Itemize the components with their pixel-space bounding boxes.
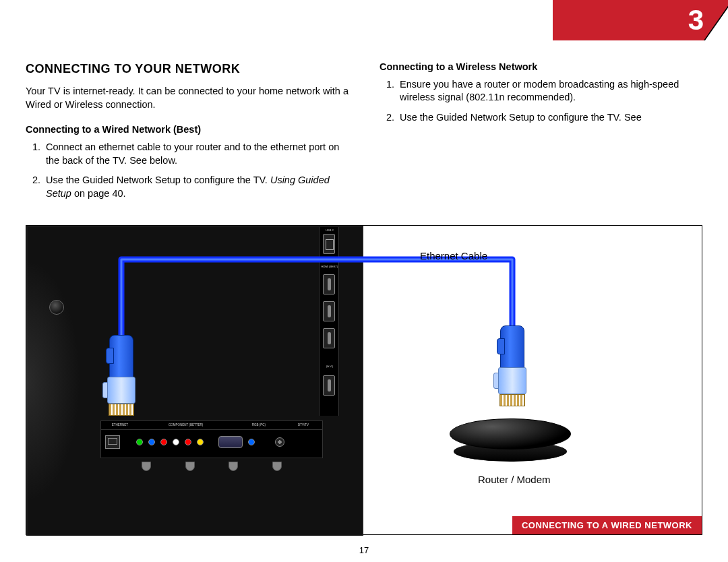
usb-port-icon xyxy=(323,234,335,254)
ethernet-port-icon xyxy=(105,435,120,449)
rca-yellow-icon xyxy=(197,439,204,445)
rca-blue-icon xyxy=(148,439,155,445)
plug-body xyxy=(498,367,526,394)
ethernet-label: ETHERNET xyxy=(101,423,139,429)
component-label: COMPONENT (BETTER) xyxy=(139,423,233,429)
wired-step-2c: on page 40. xyxy=(71,188,126,199)
hdmi-port-icon xyxy=(323,375,335,396)
tv-highlight xyxy=(26,259,80,502)
screw-icon xyxy=(49,300,64,315)
vga-port-icon xyxy=(218,436,243,448)
wired-step-1: Connect an ethernet cable to your router… xyxy=(43,141,348,167)
router-top xyxy=(450,418,571,449)
wired-step-2: Use the Guided Network Setup to configur… xyxy=(43,174,348,200)
strip-ports xyxy=(105,433,318,451)
audio-jack-icon xyxy=(248,439,255,445)
tv-feet xyxy=(107,462,316,468)
content-area: CONNECTING TO YOUR NETWORK Your TV is in… xyxy=(26,61,702,207)
hdmi-port-icon xyxy=(323,274,335,294)
hdmi-port-icon xyxy=(323,328,335,348)
wiring-diagram: USB 2 HDMI (BEST) (A.V.) ETHERNET COMPON… xyxy=(26,225,702,535)
wired-step-2a: Use the Guided Network Setup to configur… xyxy=(46,175,270,185)
usb-label: USB 2 xyxy=(319,228,340,232)
plug-body xyxy=(107,377,135,404)
wired-steps: Connect an ethernet cable to your router… xyxy=(26,141,348,200)
wireless-step-1: Ensure you have a router or modem broadc… xyxy=(397,78,702,104)
wireless-heading: Connecting to a Wireless Network xyxy=(380,61,702,74)
wireless-step-2: Use the Guided Network Setup to configur… xyxy=(397,111,702,125)
page-number: 17 xyxy=(0,545,728,555)
right-column: Connecting to a Wireless Network Ensure … xyxy=(380,61,702,207)
wired-heading: Connecting to a Wired Network (Best) xyxy=(26,123,348,137)
ethernet-cable-label: Ethernet Cable xyxy=(420,250,487,261)
dtv-label: DTV/TV xyxy=(284,423,322,429)
diagram-caption: CONNECTING TO A WIRED NETWORK xyxy=(512,516,702,534)
rj45-plug-router xyxy=(498,325,526,406)
hdmi-port-icon xyxy=(323,301,335,321)
hdmi-label: HDMI (BEST) xyxy=(319,265,340,268)
rgb-label: RGB (PC) xyxy=(233,423,284,429)
plug-pins xyxy=(499,394,525,406)
left-column: CONNECTING TO YOUR NETWORK Your TV is in… xyxy=(26,61,348,207)
rca-red-icon xyxy=(185,439,191,445)
side-port-column: USB 2 HDMI (BEST) (A.V.) xyxy=(319,227,339,416)
rca-white-icon xyxy=(173,439,179,445)
foot-icon xyxy=(142,462,151,471)
intro-text: Your TV is internet-ready. It can be con… xyxy=(26,85,348,111)
rca-red-icon xyxy=(160,439,167,445)
wireless-steps: Ensure you have a router or modem broadc… xyxy=(380,78,702,125)
router-icon xyxy=(450,418,571,464)
coax-port-icon xyxy=(275,437,284,447)
chapter-tab: 3 xyxy=(553,0,728,40)
chapter-number: 3 xyxy=(688,4,704,36)
av-label: (A.V.) xyxy=(319,365,340,368)
plug-pins xyxy=(109,404,134,416)
rca-green-icon xyxy=(136,439,143,445)
tv-back-panel: USB 2 HDMI (BEST) (A.V.) ETHERNET COMPON… xyxy=(26,226,363,536)
plug-boot xyxy=(109,335,133,379)
bottom-port-strip: ETHERNET COMPONENT (BETTER) RGB (PC) DTV… xyxy=(100,420,323,458)
section-title: CONNECTING TO YOUR NETWORK xyxy=(26,61,348,77)
router-label: Router / Modem xyxy=(478,474,599,520)
foot-icon xyxy=(185,462,195,471)
plug-boot xyxy=(500,325,524,370)
strip-labels: ETHERNET COMPONENT (BETTER) RGB (PC) DTV… xyxy=(101,423,322,430)
rj45-plug-tv xyxy=(107,335,135,416)
